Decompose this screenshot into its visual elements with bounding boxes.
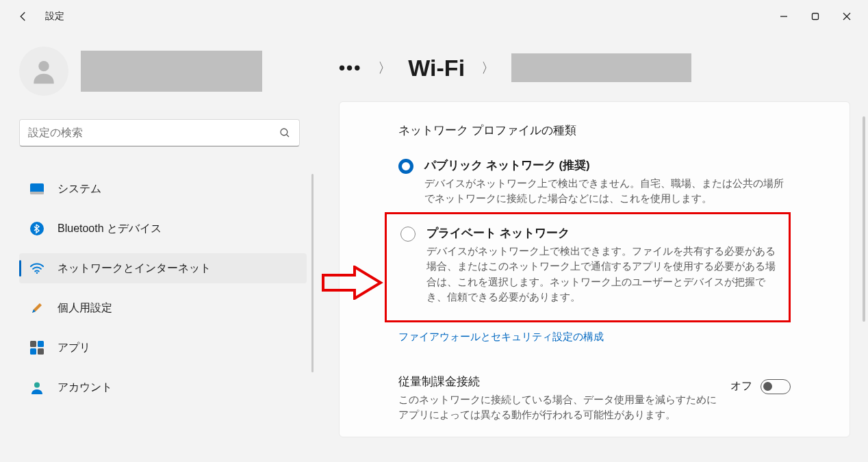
metered-connection-row: 従量制課金接続 このネットワークに接続している場合、データ使用量を減らすためにア… bbox=[398, 374, 791, 423]
metered-desc: このネットワークに接続している場合、データ使用量を減らすためにアプリによっては異… bbox=[398, 392, 717, 423]
sidebar-item-personalization[interactable]: 個人用設定 bbox=[19, 293, 307, 323]
breadcrumb-wifi[interactable]: Wi-Fi bbox=[408, 55, 465, 81]
close-button[interactable] bbox=[831, 5, 863, 28]
radio-private[interactable] bbox=[400, 227, 416, 242]
system-icon bbox=[30, 182, 44, 196]
radio-public[interactable] bbox=[398, 159, 413, 174]
sidebar-item-label: ネットワークとインターネット bbox=[58, 261, 211, 276]
profile-name-redacted bbox=[81, 51, 262, 92]
sidebar: システム Bluetooth とデバイス ネットワークとインターネット 個人用設… bbox=[0, 33, 311, 462]
radio-public-title: パブリック ネットワーク (推奨) bbox=[424, 157, 791, 173]
search-field[interactable] bbox=[28, 127, 279, 139]
breadcrumb-ssid-redacted bbox=[511, 53, 691, 82]
svg-rect-13 bbox=[30, 348, 36, 355]
svg-point-10 bbox=[36, 272, 38, 274]
profile-block bbox=[19, 47, 311, 96]
minimize-button[interactable] bbox=[768, 5, 800, 28]
sidebar-item-apps[interactable]: アプリ bbox=[19, 333, 307, 363]
account-icon bbox=[30, 381, 44, 394]
radio-private-title: プライベート ネットワーク bbox=[426, 225, 782, 241]
svg-line-6 bbox=[286, 134, 289, 137]
avatar bbox=[19, 47, 68, 96]
breadcrumb-more-icon[interactable]: ••• bbox=[339, 57, 361, 79]
svg-point-5 bbox=[281, 129, 288, 136]
chevron-right-icon: 〉 bbox=[481, 59, 495, 77]
nav-list: システム Bluetooth とデバイス ネットワークとインターネット 個人用設… bbox=[19, 174, 307, 412]
chevron-right-icon: 〉 bbox=[378, 59, 392, 77]
window-title: 設定 bbox=[45, 10, 64, 23]
metered-title: 従量制課金接続 bbox=[398, 374, 717, 389]
sidebar-item-account[interactable]: アカウント bbox=[19, 372, 307, 402]
svg-rect-1 bbox=[813, 14, 819, 20]
sidebar-item-label: システム bbox=[58, 182, 101, 196]
radio-option-private[interactable]: プライベート ネットワーク デバイスがネットワーク上で検出できます。ファイルを共… bbox=[400, 225, 782, 305]
search-input[interactable] bbox=[19, 119, 300, 146]
sidebar-item-label: アプリ bbox=[58, 341, 90, 355]
svg-rect-12 bbox=[38, 341, 44, 347]
sidebar-scrollbar[interactable] bbox=[311, 174, 314, 372]
maximize-button[interactable] bbox=[800, 5, 831, 28]
wifi-icon bbox=[30, 261, 44, 275]
radio-private-desc: デバイスがネットワーク上で検出できます。ファイルを共有する必要がある場合、または… bbox=[426, 244, 782, 305]
sidebar-item-network[interactable]: ネットワークとインターネット bbox=[19, 253, 307, 283]
svg-rect-11 bbox=[30, 341, 36, 347]
svg-rect-8 bbox=[30, 192, 44, 194]
metered-toggle[interactable] bbox=[761, 379, 791, 394]
main-scrollbar[interactable] bbox=[863, 116, 865, 322]
sidebar-item-bluetooth[interactable]: Bluetooth とデバイス bbox=[19, 214, 307, 244]
highlighted-private-option: プライベート ネットワーク デバイスがネットワーク上で検出できます。ファイルを共… bbox=[385, 212, 791, 322]
section-title: ネットワーク プロファイルの種類 bbox=[398, 123, 791, 138]
sidebar-item-label: 個人用設定 bbox=[58, 301, 112, 316]
firewall-settings-link[interactable]: ファイアウォールとセキュリティ設定の構成 bbox=[398, 331, 791, 344]
sidebar-item-system[interactable]: システム bbox=[19, 174, 307, 204]
metered-state-label: オフ bbox=[730, 379, 752, 394]
svg-rect-7 bbox=[30, 183, 44, 193]
svg-rect-14 bbox=[38, 348, 44, 355]
apps-icon bbox=[30, 341, 44, 355]
main-content: ••• 〉 Wi-Fi 〉 ネットワーク プロファイルの種類 パブリック ネット… bbox=[311, 33, 868, 462]
paintbrush-icon bbox=[30, 301, 44, 315]
svg-point-15 bbox=[34, 383, 40, 388]
radio-option-public[interactable]: パブリック ネットワーク (推奨) デバイスがネットワーク上で検出できません。自… bbox=[398, 157, 791, 207]
bluetooth-icon bbox=[30, 222, 44, 235]
titlebar: 設定 bbox=[0, 0, 868, 33]
back-button[interactable] bbox=[15, 8, 31, 25]
sidebar-item-label: アカウント bbox=[58, 381, 112, 395]
radio-public-desc: デバイスがネットワーク上で検出できません。自宅、職場、または公共の場所でネットワ… bbox=[424, 176, 791, 207]
breadcrumb: ••• 〉 Wi-Fi 〉 bbox=[339, 53, 850, 82]
search-icon bbox=[279, 127, 291, 139]
settings-card: ネットワーク プロファイルの種類 パブリック ネットワーク (推奨) デバイスが… bbox=[339, 101, 850, 437]
sidebar-item-label: Bluetooth とデバイス bbox=[58, 222, 162, 236]
svg-point-4 bbox=[38, 61, 49, 71]
